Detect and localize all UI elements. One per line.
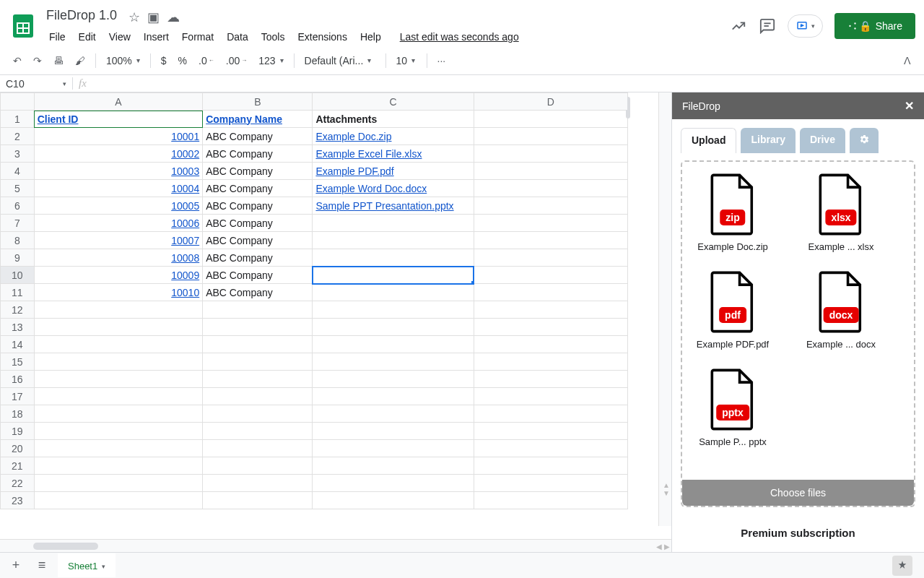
cell-C15[interactable]: [313, 353, 474, 371]
cell-B8[interactable]: ABC Company: [203, 232, 313, 249]
row-header-13[interactable]: 13: [1, 319, 35, 336]
menu-format[interactable]: Format: [176, 28, 219, 46]
cell-A23[interactable]: [34, 492, 202, 509]
cell-A22[interactable]: [34, 475, 202, 492]
file-item-pdf[interactable]: pdfExample PDF.pdf: [689, 271, 776, 350]
cell-D16[interactable]: [474, 371, 627, 388]
row-header-4[interactable]: 4: [1, 163, 35, 180]
sheet-tab-1[interactable]: Sheet1 ▾: [58, 553, 116, 577]
activity-icon[interactable]: [730, 17, 747, 35]
row-header-19[interactable]: 19: [1, 423, 35, 440]
row-header-6[interactable]: 6: [1, 197, 35, 215]
cell-B19[interactable]: [203, 423, 313, 440]
cell-A4[interactable]: 10003: [34, 163, 202, 180]
cell-A21[interactable]: [34, 457, 202, 475]
cell-B14[interactable]: [203, 336, 313, 353]
cell-A17[interactable]: [34, 388, 202, 405]
row-header-21[interactable]: 21: [1, 457, 35, 475]
file-item-pptx[interactable]: pptxSample P... pptx: [689, 368, 776, 447]
cell-B1[interactable]: Company Name: [203, 111, 313, 128]
decrease-decimal-button[interactable]: .0←: [194, 52, 219, 69]
cell-C13[interactable]: [313, 319, 474, 336]
cell-B9[interactable]: ABC Company: [203, 249, 313, 267]
cell-C21[interactable]: [313, 457, 474, 475]
all-sheets-button[interactable]: ≡: [32, 556, 52, 576]
cell-C16[interactable]: [313, 371, 474, 388]
cell-D12[interactable]: [474, 301, 627, 319]
col-header-d[interactable]: D: [474, 93, 627, 111]
present-button[interactable]: ▾: [788, 14, 823, 38]
cell-B3[interactable]: ABC Company: [203, 145, 313, 163]
cell-D1[interactable]: [474, 111, 627, 128]
zoom-dropdown[interactable]: 100%: [102, 52, 144, 69]
cell-B21[interactable]: [203, 457, 313, 475]
row-header-10[interactable]: 10: [1, 267, 35, 284]
cell-A16[interactable]: [34, 371, 202, 388]
cell-B15[interactable]: [203, 353, 313, 371]
cell-A18[interactable]: [34, 405, 202, 423]
cell-B5[interactable]: ABC Company: [203, 180, 313, 197]
document-title[interactable]: FileDrop 1.0: [43, 7, 120, 25]
col-header-a[interactable]: A: [34, 93, 202, 111]
cell-A11[interactable]: 10010: [34, 284, 202, 301]
cloud-status-icon[interactable]: ☁: [167, 9, 180, 25]
tab-upload[interactable]: Upload: [681, 128, 736, 153]
menu-file[interactable]: File: [43, 28, 71, 46]
cell-D9[interactable]: [474, 249, 627, 267]
star-icon[interactable]: ☆: [128, 9, 140, 25]
cell-D11[interactable]: [474, 284, 627, 301]
col-header-c[interactable]: C: [313, 93, 474, 111]
cell-D10[interactable]: [474, 267, 627, 284]
file-item-docx[interactable]: docxExample ... docx: [798, 271, 884, 350]
cell-C3[interactable]: Example Excel File.xlsx: [313, 145, 474, 163]
cell-B4[interactable]: ABC Company: [203, 163, 313, 180]
cell-B12[interactable]: [203, 301, 313, 319]
row-header-18[interactable]: 18: [1, 405, 35, 423]
cell-D4[interactable]: [474, 163, 627, 180]
cell-B10[interactable]: ABC Company: [203, 267, 313, 284]
tab-drive[interactable]: Drive: [800, 128, 845, 153]
cell-A1[interactable]: Client ID: [34, 111, 202, 128]
cell-D15[interactable]: [474, 353, 627, 371]
cell-A7[interactable]: 10006: [34, 215, 202, 232]
cell-A9[interactable]: 10008: [34, 249, 202, 267]
row-header-5[interactable]: 5: [1, 180, 35, 197]
row-header-14[interactable]: 14: [1, 336, 35, 353]
cell-C5[interactable]: Example Word Doc.docx: [313, 180, 474, 197]
cell-C4[interactable]: Example PDF.pdf: [313, 163, 474, 180]
menu-edit[interactable]: Edit: [73, 28, 102, 46]
cell-C22[interactable]: [313, 475, 474, 492]
add-sheet-button[interactable]: +: [6, 556, 26, 576]
cell-B17[interactable]: [203, 388, 313, 405]
row-header-3[interactable]: 3: [1, 145, 35, 163]
cell-D5[interactable]: [474, 180, 627, 197]
choose-files-button[interactable]: Choose files: [682, 480, 914, 506]
name-box[interactable]: C10: [0, 77, 72, 91]
cell-D19[interactable]: [474, 423, 627, 440]
cell-A15[interactable]: [34, 353, 202, 371]
cell-C1[interactable]: Attachments: [313, 111, 474, 128]
undo-button[interactable]: ↶: [9, 52, 26, 69]
share-button[interactable]: 🔒 Share: [834, 13, 915, 39]
cell-A12[interactable]: [34, 301, 202, 319]
percent-button[interactable]: %: [174, 52, 191, 69]
cell-A10[interactable]: 10009: [34, 267, 202, 284]
cell-A13[interactable]: [34, 319, 202, 336]
cell-D20[interactable]: [474, 440, 627, 457]
row-header-20[interactable]: 20: [1, 440, 35, 457]
cell-C19[interactable]: [313, 423, 474, 440]
cell-D6[interactable]: [474, 197, 627, 215]
increase-decimal-button[interactable]: .00→: [222, 52, 251, 69]
spreadsheet-grid[interactable]: A B C D 1Client IDCompany NameAttachment…: [0, 92, 628, 509]
comments-icon[interactable]: [759, 17, 776, 35]
row-header-9[interactable]: 9: [1, 249, 35, 267]
cell-C10[interactable]: [313, 267, 474, 284]
dropzone[interactable]: zipExample Doc.zipxlsxExample ... xlsxpd…: [681, 160, 915, 507]
cell-D22[interactable]: [474, 475, 627, 492]
row-header-1[interactable]: 1: [1, 111, 35, 128]
cell-B16[interactable]: [203, 371, 313, 388]
cell-A19[interactable]: [34, 423, 202, 440]
print-button[interactable]: 🖶: [49, 52, 68, 69]
close-sidebar-button[interactable]: ✕: [905, 99, 914, 113]
cell-C9[interactable]: [313, 249, 474, 267]
